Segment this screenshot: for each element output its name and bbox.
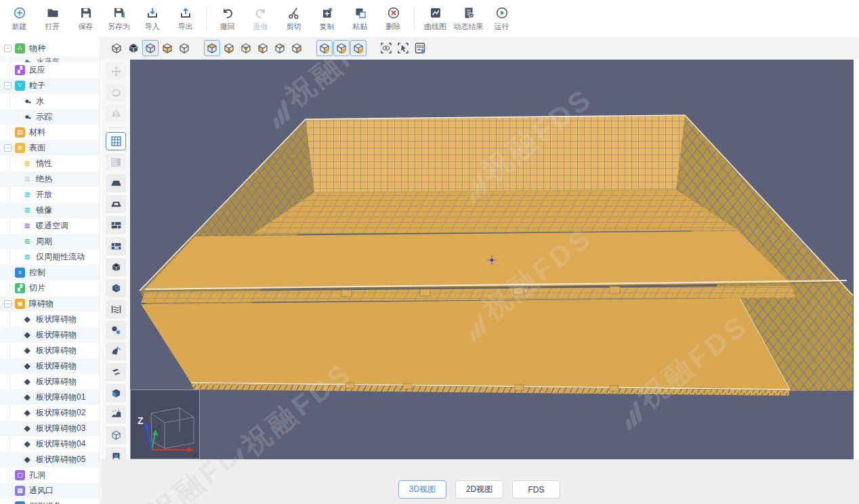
运行-button[interactable]: 运行	[485, 3, 518, 35]
face-bottom-button[interactable]	[221, 40, 237, 56]
rotate-tool-button[interactable]	[106, 83, 126, 102]
tree-item-板状障碍物05[interactable]: ◆板状障碍物05	[0, 452, 100, 467]
tree-item-label: 物种	[29, 43, 45, 54]
terrain-tool-button[interactable]	[106, 405, 126, 423]
bulb-cube-3-button[interactable]	[350, 40, 366, 56]
select-cursor-button[interactable]	[395, 40, 411, 56]
layer-cube-button[interactable]	[159, 40, 175, 56]
tree-item-板状障碍物[interactable]: ◆板状障碍物	[0, 327, 100, 343]
剪切-button[interactable]: 剪切	[277, 3, 310, 35]
tree-item-开放[interactable]: ≋开放	[0, 187, 100, 203]
fit-view-eye-button[interactable]	[378, 40, 394, 56]
toolbar-label: 另存为	[108, 22, 130, 32]
tree-item-绝热[interactable]: ≋绝热	[0, 171, 100, 187]
vent-tool-button[interactable]	[106, 300, 126, 318]
collapse-toggle-icon[interactable]: −	[4, 300, 12, 308]
bulb-cube-2-button[interactable]	[333, 40, 350, 56]
tab-fds[interactable]: FDS	[512, 480, 560, 499]
solid-cube-button[interactable]	[125, 40, 142, 56]
tree-item-仅周期性流动[interactable]: ≋仅周期性流动	[0, 249, 100, 265]
tree-item-粒子[interactable]: −∵粒子	[0, 78, 100, 93]
mirror-tool-button[interactable]	[106, 104, 126, 123]
保存-button[interactable]: 保存	[69, 3, 102, 35]
tree-item-反应[interactable]: ▞反应	[0, 62, 100, 78]
face-topright-button[interactable]	[272, 40, 288, 56]
tree-item-label: 粒子	[29, 80, 45, 91]
tree-item-板状障碍物[interactable]: ◆板状障碍物	[0, 374, 100, 390]
tree-item-板状障碍物[interactable]: ◆板状障碍物	[0, 312, 100, 327]
wall-opening-tool-button[interactable]	[106, 237, 126, 255]
另存为-button[interactable]: 另存为	[102, 3, 135, 35]
tree-item-障碍物[interactable]: −▣障碍物	[0, 296, 100, 312]
tree-item-板状障碍物02[interactable]: ◆板状障碍物02	[0, 405, 100, 421]
tree-item-惰性[interactable]: ≋惰性	[0, 156, 100, 171]
wall-tool-button[interactable]	[106, 216, 126, 234]
导出-button[interactable]: 导出	[169, 3, 202, 35]
3d-viewport[interactable]: Z Y X 祝融FDS祝融FDS祝融FDS祝融FDS祝融FDS	[130, 60, 854, 459]
tree-item-探测设备[interactable]: ◪探测设备	[0, 499, 100, 504]
move-tool-button[interactable]	[106, 62, 126, 81]
tree-item-孔洞[interactable]: ▢孔洞	[0, 467, 100, 483]
tab-2d-view[interactable]: 2D视图	[455, 480, 503, 499]
bulb-cube-3-icon	[352, 41, 365, 55]
slice-tool-button[interactable]	[106, 363, 126, 381]
wire-cube-button[interactable]	[108, 40, 125, 56]
tree-item-通风口[interactable]: ▦通风口	[0, 483, 100, 499]
tree-item-材料[interactable]: ▤材料	[0, 125, 100, 140]
plate-tool-button[interactable]	[106, 174, 126, 192]
tree-item-板状障碍物03[interactable]: ◆板状障碍物03	[0, 421, 100, 436]
曲线图-button[interactable]: 曲线图	[419, 3, 452, 35]
tree-item-板状障碍物[interactable]: ◆板状障碍物	[0, 343, 100, 358]
collapse-toggle-icon[interactable]: −	[4, 144, 12, 152]
stripe-cube-button[interactable]	[176, 40, 192, 56]
face-left-button[interactable]	[255, 40, 271, 56]
bulb-cube-1-button[interactable]	[316, 40, 333, 56]
particle-dots-icon: ●●	[22, 96, 33, 107]
导入-button[interactable]: 导入	[135, 3, 169, 35]
tree-item-切片[interactable]: ▞切片	[0, 280, 100, 296]
particle-tool-button[interactable]	[106, 321, 126, 339]
plate-hole-tool-button[interactable]	[106, 195, 126, 213]
tree-item-板状障碍物01[interactable]: ◆板状障碍物01	[0, 390, 100, 405]
tree-item-板状障碍物[interactable]: ◆板状障碍物	[0, 358, 100, 374]
tree-item-水蒸气[interactable]: ●●水蒸气	[0, 56, 100, 62]
cube-obstacle-tool-button[interactable]	[106, 258, 126, 276]
face-right-button[interactable]	[289, 40, 305, 56]
粘贴-button[interactable]: 粘贴	[343, 3, 377, 35]
tree-item-label: 示踪	[36, 111, 52, 123]
detector-tool-button[interactable]	[106, 342, 126, 360]
open-cube-tool-button[interactable]	[106, 426, 126, 444]
solid-cube-icon	[127, 41, 140, 55]
tree-item-周期[interactable]: ≋周期	[0, 234, 100, 249]
half-grid-tool-button[interactable]	[106, 153, 126, 171]
collapse-toggle-icon[interactable]: −	[4, 82, 12, 89]
tree-item-控制[interactable]: ≡控制	[0, 265, 100, 280]
tree-item-物种[interactable]: −∴物种	[0, 41, 100, 56]
view-switch-tabs: 3D视图 2D视图 FDS	[398, 480, 560, 499]
tree-item-镜像[interactable]: ≋镜像	[0, 203, 100, 218]
tree-item-表面[interactable]: −≋表面	[0, 140, 100, 156]
tree-item-示踪[interactable]: ●●示踪	[0, 109, 100, 125]
face-top-button[interactable]	[204, 40, 220, 56]
动态结果-button[interactable]: 动态结果	[452, 3, 485, 35]
tree-item-水[interactable]: ●●水	[0, 93, 100, 109]
新建-button[interactable]: 新建	[3, 3, 36, 35]
删除-button[interactable]: 删除	[377, 3, 410, 35]
撤回-button[interactable]: 撤回	[211, 3, 244, 35]
grid-mesh-tool-button[interactable]	[106, 132, 126, 150]
tree-item-暖通空调[interactable]: ≋暖通空调	[0, 218, 100, 234]
face-center-button[interactable]	[238, 40, 254, 56]
collapse-toggle-icon[interactable]: −	[4, 45, 12, 52]
fds-doc-button[interactable]: FDS	[412, 40, 428, 56]
open-cube-tool-icon	[110, 429, 122, 441]
tree-item-label: 镜像	[36, 205, 52, 216]
复制-button[interactable]: 复制	[310, 3, 343, 35]
light-cube-button[interactable]	[142, 40, 159, 56]
tree-item-板状障碍物04[interactable]: ◆板状障碍物04	[0, 436, 100, 452]
tab-3d-view[interactable]: 3D视图	[398, 480, 446, 499]
重做-button[interactable]: 重做	[244, 3, 277, 35]
slice3d-tool-button[interactable]	[106, 384, 126, 402]
tree-item-label: 障碍物	[29, 298, 54, 310]
cube-hole-tool-button[interactable]	[106, 279, 126, 297]
打开-button[interactable]: 打开	[36, 3, 69, 35]
